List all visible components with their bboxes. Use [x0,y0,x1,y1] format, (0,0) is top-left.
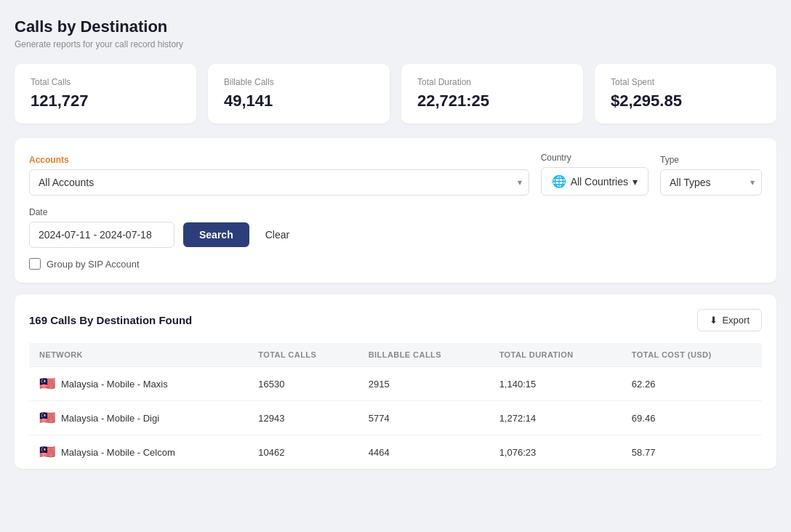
flag-icon: 🇲🇾 [39,446,55,459]
type-filter-group: Type All TypesInboundOutbound ▾ [660,155,762,196]
table-column-header: Total Duration [489,343,622,367]
stat-value: $2,295.85 [611,92,760,110]
stat-card: Total Spent $2,295.85 [595,64,776,124]
network-name: Malaysia - Mobile - Digi [61,413,159,424]
type-select[interactable]: All TypesInboundOutbound [660,169,762,196]
total-cost-cell: 62.26 [622,367,762,401]
country-button[interactable]: 🌐 All Countries ▾ [541,167,649,196]
total-cost-cell: 69.46 [622,401,762,435]
stat-value: 22,721:25 [417,92,567,110]
filter-section: Accounts All Accounts ▾ Country 🌐 All Co… [15,138,776,283]
table-row: 🇲🇾 Malaysia - Mobile - Celcom 10462 4464… [29,435,762,469]
total-calls-cell: 10462 [248,435,358,469]
accounts-select-wrapper: All Accounts ▾ [29,169,529,196]
export-label: Export [722,315,750,326]
table-body: 🇲🇾 Malaysia - Mobile - Maxis 16530 2915 … [29,367,762,469]
group-by-label[interactable]: Group by SIP Account [47,259,140,270]
total-calls-cell: 16530 [248,367,358,401]
country-value: All Countries [571,176,628,188]
billable-calls-cell: 2915 [358,367,489,401]
total-duration-cell: 1,140:15 [489,367,622,401]
date-filter-group: Date Search Clear [29,207,762,248]
type-select-wrapper: All TypesInboundOutbound ▾ [660,169,762,196]
table-row: 🇲🇾 Malaysia - Mobile - Digi 12943 5774 1… [29,401,762,435]
filter-row-bottom: Search Clear [29,222,762,248]
network-cell: 🇲🇾 Malaysia - Mobile - Celcom [29,435,248,469]
billable-calls-cell: 4464 [358,435,489,469]
stat-card: Billable Calls 49,141 [208,64,390,124]
export-icon: ⬇ [710,315,718,326]
total-calls-cell: 12943 [248,401,358,435]
group-by-checkbox[interactable] [29,258,41,270]
flag-icon: 🇲🇾 [39,411,55,424]
group-by-row: Group by SIP Account [29,258,762,270]
search-button[interactable]: Search [183,222,249,247]
table-column-header: Total Cost (USD) [622,343,762,367]
country-label: Country [541,153,649,163]
country-flag-icon: 🌐 [552,174,566,188]
date-input[interactable] [29,222,174,248]
stat-label: Billable Calls [224,77,374,87]
stat-value: 49,141 [224,92,374,110]
network-cell: 🇲🇾 Malaysia - Mobile - Maxis [29,367,248,401]
page-title: Calls by Destination [15,17,776,36]
table-column-header: Network [29,343,248,367]
results-table: NetworkTotal CallsBillable CallsTotal Du… [29,343,762,469]
table-column-header: Total Calls [248,343,358,367]
accounts-select[interactable]: All Accounts [29,169,529,196]
table-header-row: NetworkTotal CallsBillable CallsTotal Du… [29,343,762,367]
network-name: Malaysia - Mobile - Celcom [61,447,175,458]
stat-label: Total Duration [417,77,567,87]
total-duration-cell: 1,076:23 [489,435,622,469]
accounts-filter-group: Accounts All Accounts ▾ [29,155,529,196]
billable-calls-cell: 5774 [358,401,489,435]
network-name: Malaysia - Mobile - Maxis [61,379,168,390]
clear-button[interactable]: Clear [258,222,297,247]
accounts-label: Accounts [29,155,529,165]
table-column-header: Billable Calls [358,343,489,367]
export-button[interactable]: ⬇ Export [697,309,762,331]
filter-row-top: Accounts All Accounts ▾ Country 🌐 All Co… [29,153,762,196]
date-label: Date [29,207,762,217]
table-header: NetworkTotal CallsBillable CallsTotal Du… [29,343,762,367]
page-subtitle: Generate reports for your call record hi… [15,39,776,49]
results-header: 169 Calls By Destination Found ⬇ Export [29,309,762,331]
stats-row: Total Calls 121,727 Billable Calls 49,14… [15,64,776,124]
table-row: 🇲🇾 Malaysia - Mobile - Maxis 16530 2915 … [29,367,762,401]
flag-icon: 🇲🇾 [39,377,55,390]
results-section: 169 Calls By Destination Found ⬇ Export … [15,294,776,469]
stat-label: Total Calls [31,77,180,87]
country-filter-group: Country 🌐 All Countries ▾ [541,153,649,196]
stat-card: Total Duration 22,721:25 [401,64,583,124]
stat-label: Total Spent [611,77,760,87]
stat-value: 121,727 [31,92,180,110]
network-cell: 🇲🇾 Malaysia - Mobile - Digi [29,401,248,435]
total-duration-cell: 1,272:14 [489,401,622,435]
total-cost-cell: 58.77 [622,435,762,469]
results-count: 169 Calls By Destination Found [29,314,192,326]
page-container: Calls by Destination Generate reports fo… [0,0,791,532]
country-chevron-icon: ▾ [633,176,638,188]
type-label: Type [660,155,762,165]
stat-card: Total Calls 121,727 [15,64,196,124]
